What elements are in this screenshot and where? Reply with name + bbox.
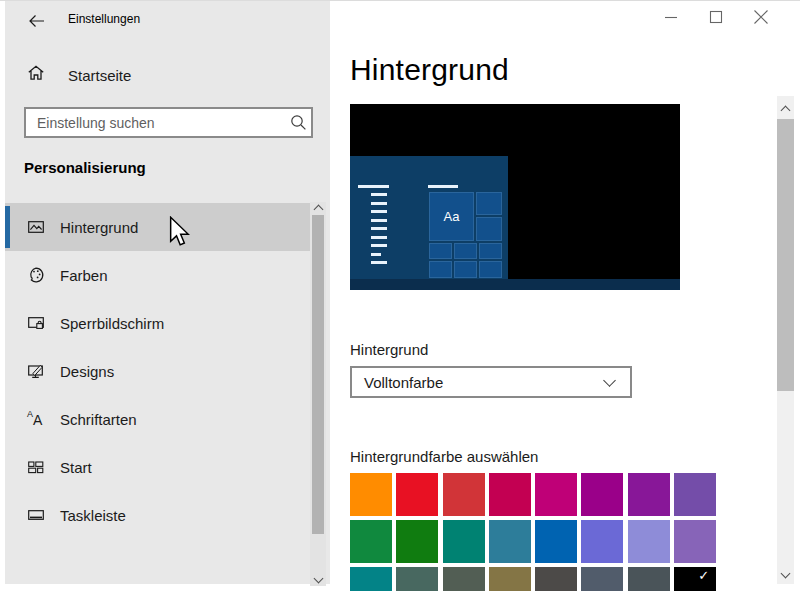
sidebar-item-home[interactable]: Startseite: [5, 61, 330, 91]
background-type-label: Hintergrund: [350, 341, 428, 358]
color-swatch[interactable]: [489, 520, 531, 563]
main-scrollbar[interactable]: [777, 96, 794, 584]
color-swatch[interactable]: [350, 520, 392, 563]
maximize-icon: [709, 10, 723, 24]
sidebar: Einstellungen Startseite Personalisierun…: [5, 1, 330, 584]
sidebar-item-sperrbildschirm[interactable]: Sperrbildschirm: [5, 299, 330, 347]
fonts-icon: AA: [27, 410, 45, 428]
start-tiles-icon: [27, 458, 45, 476]
color-swatch[interactable]: [443, 473, 485, 516]
sidebar-scroll-up-button[interactable]: [310, 202, 326, 216]
color-swatch[interactable]: [396, 567, 438, 591]
color-picker-label: Hintergrundfarbe auswählen: [350, 448, 538, 465]
color-swatch[interactable]: [674, 520, 716, 563]
sidebar-item-schriftarten[interactable]: AA Schriftarten: [5, 395, 330, 443]
search-box: [24, 107, 313, 138]
sidebar-item-label: Schriftarten: [60, 411, 137, 428]
sidebar-item-farben[interactable]: Farben: [5, 251, 330, 299]
preview-app-list: [371, 193, 387, 270]
background-preview: Aa: [350, 104, 680, 290]
sidebar-item-taskleiste[interactable]: Taskleiste: [5, 491, 330, 539]
sidebar-nav: Hintergrund Farben Sperrbildschirm Desig…: [5, 203, 330, 539]
background-image-icon: [27, 218, 45, 236]
preview-aa-tile: Aa: [429, 192, 474, 241]
sidebar-item-label: Hintergrund: [60, 219, 138, 236]
main-scrollbar-thumb[interactable]: [777, 119, 794, 391]
mouse-cursor: [169, 216, 190, 251]
sidebar-item-designs[interactable]: Designs: [5, 347, 330, 395]
maximize-button[interactable]: [693, 1, 738, 33]
sidebar-scrollbar-thumb[interactable]: [312, 215, 324, 534]
color-swatch[interactable]: [628, 520, 670, 563]
color-swatch[interactable]: [535, 473, 577, 516]
preview-header-dash: [428, 185, 458, 188]
sidebar-item-start[interactable]: Start: [5, 443, 330, 491]
color-swatch[interactable]: [535, 520, 577, 563]
preview-taskbar: [350, 279, 680, 290]
color-swatch[interactable]: [535, 567, 577, 591]
sidebar-item-label: Taskleiste: [60, 507, 126, 524]
minimize-icon: [664, 10, 678, 24]
search-input[interactable]: [26, 115, 285, 131]
search-icon[interactable]: [285, 114, 311, 131]
themes-icon: [27, 362, 45, 380]
sidebar-item-hintergrund[interactable]: Hintergrund: [5, 203, 310, 251]
color-swatch[interactable]: [396, 520, 438, 563]
chevron-down-icon: [603, 374, 616, 387]
preview-header-dash: [358, 185, 389, 188]
preview-tile-group: Aa: [429, 192, 502, 278]
color-swatch[interactable]: [674, 473, 716, 516]
back-arrow-icon: [27, 12, 46, 30]
main-content: Hintergrund Aa: [330, 1, 793, 584]
close-button[interactable]: [738, 1, 783, 33]
chevron-up-icon: [781, 105, 791, 115]
check-icon: ✓: [698, 568, 709, 583]
chevron-down-icon: [781, 568, 791, 578]
app-title: Einstellungen: [68, 12, 140, 26]
color-swatch[interactable]: [628, 567, 670, 591]
sidebar-scrollbar[interactable]: [310, 202, 326, 586]
sidebar-scroll-down-button[interactable]: [310, 572, 326, 586]
dropdown-value: Volltonfarbe: [352, 374, 605, 391]
color-swatch[interactable]: [581, 473, 623, 516]
selection-accent-bar: [5, 206, 10, 248]
chevron-down-icon: [313, 574, 323, 584]
color-swatch[interactable]: [443, 567, 485, 591]
settings-window: Einstellungen Startseite Personalisierun…: [0, 0, 800, 591]
sidebar-item-label: Start: [60, 459, 92, 476]
window-controls: [648, 1, 783, 33]
color-swatch[interactable]: ✓: [674, 567, 716, 591]
main-scroll-down-button[interactable]: [777, 562, 794, 584]
color-swatch[interactable]: [350, 473, 392, 516]
chevron-up-icon: [313, 205, 323, 215]
color-swatch[interactable]: [396, 473, 438, 516]
close-icon: [753, 9, 769, 25]
sidebar-item-label: Sperrbildschirm: [60, 315, 164, 332]
sidebar-item-label: Designs: [60, 363, 114, 380]
sidebar-item-label: Farben: [60, 267, 108, 284]
lock-screen-icon: [27, 314, 45, 332]
sidebar-item-label: Startseite: [68, 67, 131, 84]
minimize-button[interactable]: [648, 1, 693, 33]
color-swatch[interactable]: [628, 473, 670, 516]
main-scroll-up-button[interactable]: [777, 96, 794, 118]
home-icon: [27, 64, 45, 82]
title-bar: Einstellungen: [5, 7, 330, 35]
color-swatch[interactable]: [489, 567, 531, 591]
color-swatch-grid: ✓: [350, 473, 717, 591]
color-swatch[interactable]: [581, 567, 623, 591]
color-swatch[interactable]: [443, 520, 485, 563]
palette-icon: [27, 266, 45, 284]
color-swatch[interactable]: [489, 473, 531, 516]
page-title: Hintergrund: [350, 53, 509, 87]
section-heading: Personalisierung: [24, 159, 146, 176]
taskbar-icon: [27, 506, 45, 524]
color-swatch[interactable]: [581, 520, 623, 563]
background-type-dropdown[interactable]: Volltonfarbe: [350, 366, 632, 398]
color-swatch[interactable]: [350, 567, 392, 591]
back-button[interactable]: [23, 9, 49, 33]
